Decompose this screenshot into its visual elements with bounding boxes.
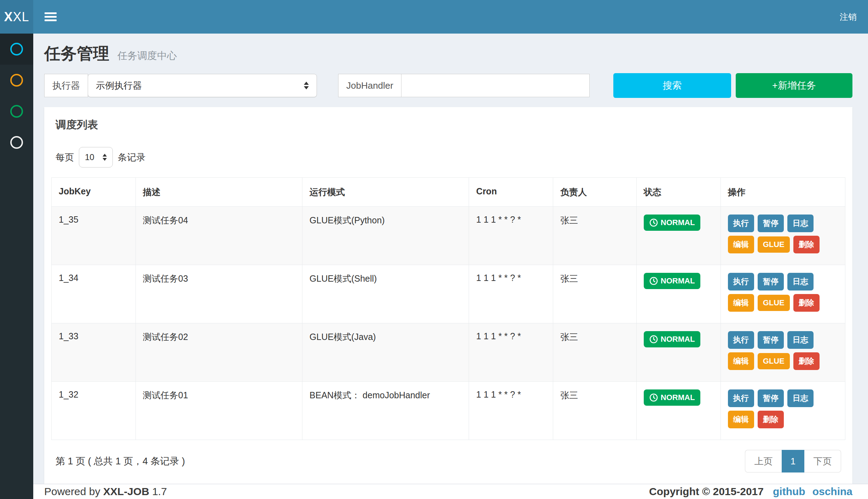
cell-actions: 执行暂停日志编辑删除: [721, 382, 845, 440]
page-header: 任务管理 任务调度中心: [44, 34, 852, 73]
page-summary: 第 1 页 ( 总共 1 页，4 条记录 ): [56, 455, 185, 468]
clock-icon: [649, 277, 658, 285]
footer-right: Copyright © 2015-2017 githuboschina: [649, 486, 852, 498]
sidebar-item-menu-item-2[interactable]: [0, 65, 33, 96]
jobhandler-input[interactable]: [401, 74, 590, 97]
table-row: 1_35测试任务04GLUE模式(Python)1 1 1 * * ? *张三N…: [52, 207, 845, 265]
per-page-suffix: 条记录: [118, 151, 145, 164]
action-button-删除[interactable]: 删除: [793, 294, 820, 312]
cell-mode: BEAN模式： demoJobHandler: [302, 382, 469, 440]
copyright-text: Copyright © 2015-2017: [649, 486, 764, 498]
hamburger-bar: [45, 19, 57, 21]
next-page-button[interactable]: 下页: [804, 450, 841, 472]
per-page-select[interactable]: 10: [79, 147, 113, 168]
table-body: 1_35测试任务04GLUE模式(Python)1 1 1 * * ? *张三N…: [52, 207, 845, 440]
status-badge: NORMAL: [644, 331, 701, 347]
cell-mode: GLUE模式(Java): [302, 323, 469, 382]
action-button-日志[interactable]: 日志: [787, 273, 814, 290]
sidebar-item-menu-item-3[interactable]: [0, 96, 33, 127]
cell-actions: 执行暂停日志编辑GLUE删除: [721, 207, 845, 265]
sidebar-toggle-icon[interactable]: [45, 11, 59, 23]
logo-text: XL: [13, 10, 29, 24]
pager: 上页 1 下页: [745, 450, 841, 472]
column-header: 操作: [721, 178, 845, 207]
footer-link-github[interactable]: github: [773, 486, 805, 498]
page-subtitle: 任务调度中心: [117, 50, 177, 61]
top-navbar: XXL 注销: [0, 0, 868, 34]
cell-cron: 1 1 1 * * ? *: [469, 265, 553, 323]
action-button-GLUE[interactable]: GLUE: [758, 236, 790, 253]
cell-mode: GLUE模式(Python): [302, 207, 469, 265]
prev-page-button[interactable]: 上页: [745, 450, 782, 472]
add-job-button[interactable]: +新增任务: [736, 73, 852, 98]
action-button-日志[interactable]: 日志: [787, 389, 814, 407]
circle-icon: [10, 136, 23, 149]
column-header: 负责人: [553, 178, 637, 207]
action-button-删除[interactable]: 删除: [793, 352, 820, 370]
current-page-button[interactable]: 1: [782, 450, 804, 472]
action-button-编辑[interactable]: 编辑: [728, 294, 754, 312]
content-area: 任务管理 任务调度中心 执行器 示例执行器 JobHandler 搜索 +新增任…: [33, 34, 868, 484]
column-header: JobKey: [52, 178, 136, 207]
action-button-暂停[interactable]: 暂停: [758, 215, 784, 232]
executor-select[interactable]: 示例执行器: [88, 74, 317, 97]
action-button-GLUE[interactable]: GLUE: [758, 295, 790, 311]
action-button-执行[interactable]: 执行: [728, 215, 754, 232]
page-wrapper: 任务管理 任务调度中心 执行器 示例执行器 JobHandler 搜索 +新增任…: [0, 34, 868, 499]
main-area: 任务管理 任务调度中心 执行器 示例执行器 JobHandler 搜索 +新增任…: [33, 34, 868, 499]
sidebar-item-menu-item-1[interactable]: [0, 34, 33, 65]
powered-by: Powered by XXL-JOB 1.7: [44, 486, 167, 498]
action-button-执行[interactable]: 执行: [728, 273, 754, 290]
panel-title: 调度列表: [56, 118, 845, 132]
status-badge: NORMAL: [644, 215, 701, 231]
cell-owner: 张三: [553, 382, 637, 440]
cell-owner: 张三: [553, 323, 637, 382]
action-button-日志[interactable]: 日志: [787, 331, 814, 349]
status-text: NORMAL: [661, 276, 695, 286]
jobhandler-filter-group: JobHandler: [338, 74, 590, 97]
action-button-删除[interactable]: 删除: [758, 411, 784, 428]
hamburger-bar: [45, 16, 57, 18]
footer-links: githuboschina: [773, 486, 852, 498]
action-button-编辑[interactable]: 编辑: [728, 411, 754, 428]
sidebar-item-menu-item-4[interactable]: [0, 127, 33, 158]
cell-actions: 执行暂停日志编辑GLUE删除: [721, 323, 845, 382]
cell-desc: 测试任务01: [135, 382, 302, 440]
table-row: 1_33测试任务02GLUE模式(Java)1 1 1 * * ? *张三NOR…: [52, 323, 845, 382]
hamburger-bar: [45, 12, 57, 14]
cell-actions: 执行暂停日志编辑GLUE删除: [721, 265, 845, 323]
action-button-GLUE[interactable]: GLUE: [758, 353, 790, 369]
per-page-value: 10: [85, 152, 94, 162]
column-header: 状态: [636, 178, 721, 207]
status-badge: NORMAL: [644, 273, 701, 289]
logout-link[interactable]: 注销: [840, 11, 857, 23]
action-button-日志[interactable]: 日志: [787, 215, 814, 232]
action-button-编辑[interactable]: 编辑: [728, 236, 754, 253]
select-caret-icon: [304, 82, 309, 89]
action-button-删除[interactable]: 删除: [793, 236, 820, 253]
action-button-执行[interactable]: 执行: [728, 331, 754, 349]
cell-cron: 1 1 1 * * ? *: [469, 207, 553, 265]
action-button-编辑[interactable]: 编辑: [728, 352, 754, 370]
clock-icon: [649, 335, 658, 344]
action-button-暂停[interactable]: 暂停: [758, 273, 784, 290]
cell-cron: 1 1 1 * * ? *: [469, 382, 553, 440]
clock-icon: [649, 218, 658, 227]
action-button-执行[interactable]: 执行: [728, 389, 754, 407]
pagination-bar: 第 1 页 ( 总共 1 页，4 条记录 ) 上页 1 下页: [51, 440, 845, 484]
cell-desc: 测试任务02: [135, 323, 302, 382]
job-table: JobKey描述运行模式Cron负责人状态操作 1_35测试任务04GLUE模式…: [51, 177, 845, 440]
cell-status: NORMAL: [636, 323, 721, 382]
executor-label: 执行器: [44, 74, 88, 97]
powered-prefix: Powered by: [44, 486, 100, 497]
circle-icon: [10, 105, 23, 118]
table-row: 1_34测试任务03GLUE模式(Shell)1 1 1 * * ? *张三NO…: [52, 265, 845, 323]
action-button-暂停[interactable]: 暂停: [758, 331, 784, 349]
status-badge: NORMAL: [644, 389, 701, 406]
action-button-暂停[interactable]: 暂停: [758, 389, 784, 407]
cell-mode: GLUE模式(Shell): [302, 265, 469, 323]
footer-link-oschina[interactable]: oschina: [812, 486, 852, 498]
page-title: 任务管理: [44, 44, 109, 63]
status-text: NORMAL: [661, 335, 695, 344]
search-button[interactable]: 搜索: [613, 73, 731, 98]
